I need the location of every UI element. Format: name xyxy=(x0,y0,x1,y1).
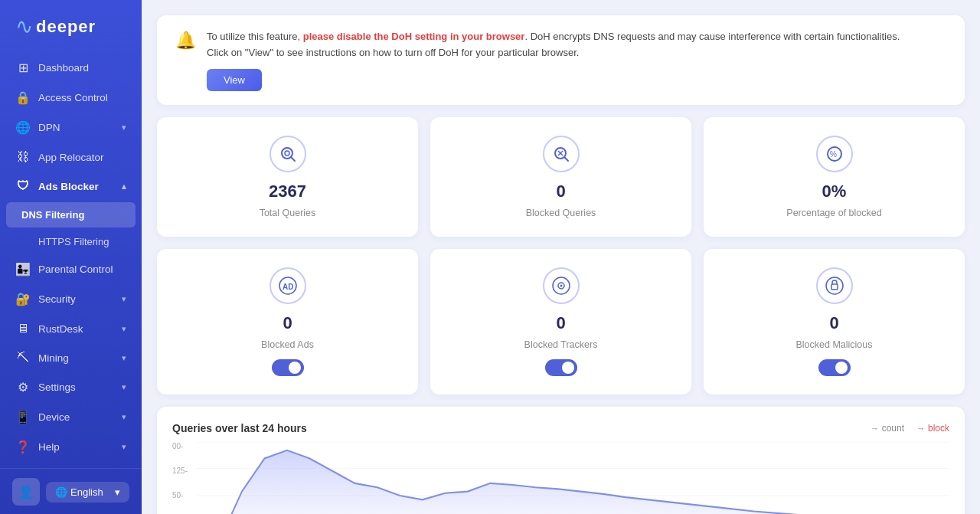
blocked-queries-icon xyxy=(543,136,580,172)
language-button[interactable]: 🌐 English ▾ xyxy=(46,482,129,503)
sidebar-item-label: Ads Blocker xyxy=(38,181,99,192)
banner-text-line2: Click on "View" to see instructions on h… xyxy=(207,47,579,58)
stats-row-1: 2367 Total Queries 0 Blocked Queries % xyxy=(157,117,965,237)
chart-y-labels: 00- 125- 50- 75- 0 xyxy=(172,442,197,514)
legend-block: → block xyxy=(916,423,949,434)
blocked-ads-label: Blocked Ads xyxy=(261,339,314,350)
banner-icon: 🔔 xyxy=(175,31,196,51)
count-label: count xyxy=(882,423,904,434)
blocked-trackers-label: Blocked Trackers xyxy=(524,339,598,350)
ads-blocker-arrow: ▴ xyxy=(122,182,126,192)
sidebar-item-dashboard[interactable]: ⊞ Dashboard xyxy=(0,53,142,83)
language-label: English xyxy=(70,486,103,498)
sidebar-item-https-filtering[interactable]: HTTPS Filtering xyxy=(0,229,142,254)
sidebar: ∿ deeper ⊞ Dashboard 🔒 Access Control 🌐 … xyxy=(0,0,142,514)
https-filtering-label: HTTPS Filtering xyxy=(38,236,109,247)
view-button[interactable]: View xyxy=(207,69,262,91)
chart-area-fill xyxy=(197,450,949,514)
banner-text: To utilize this feature, please disable … xyxy=(207,29,900,61)
device-arrow: ▾ xyxy=(122,412,126,422)
sidebar-item-label: Security xyxy=(38,293,76,305)
help-arrow: ▾ xyxy=(122,442,126,452)
sidebar-item-access-control[interactable]: 🔒 Access Control xyxy=(0,83,142,113)
blocked-malicious-value: 0 xyxy=(829,313,838,333)
block-label: block xyxy=(928,423,949,434)
sidebar-item-label: DPN xyxy=(38,122,60,133)
logo-text: deeper xyxy=(36,17,96,37)
percentage-blocked-icon: % xyxy=(816,136,853,172)
y-label-0: 00- xyxy=(172,442,197,450)
blocked-ads-icon: AD xyxy=(270,267,306,304)
ads-blocker-icon: 🛡 xyxy=(15,179,31,193)
total-queries-icon xyxy=(270,136,306,172)
lang-chevron-icon: ▾ xyxy=(115,486,120,498)
block-arrow-icon: → xyxy=(916,424,925,433)
blocked-trackers-icon xyxy=(543,267,580,304)
dns-filtering-label: DNS Filtering xyxy=(21,209,84,221)
sidebar-item-settings[interactable]: ⚙ Settings ▾ xyxy=(0,372,142,402)
settings-arrow: ▾ xyxy=(122,382,126,392)
svg-point-13 xyxy=(560,284,562,286)
total-queries-label: Total Queries xyxy=(260,208,316,218)
legend-count: → count xyxy=(871,423,904,434)
main-content: 🔔 To utilize this feature, please disabl… xyxy=(142,0,980,514)
y-label-2: 50- xyxy=(172,491,197,499)
svg-rect-15 xyxy=(831,284,838,290)
percentage-blocked-label: Percentage of blocked xyxy=(786,208,881,218)
stat-card-blocked-trackers: 0 Blocked Trackers xyxy=(430,249,691,395)
sidebar-item-label: Help xyxy=(38,441,60,453)
dpn-arrow: ▾ xyxy=(122,123,126,133)
blocked-queries-value: 0 xyxy=(556,182,565,201)
help-icon: ❓ xyxy=(15,440,31,454)
sidebar-item-help[interactable]: ❓ Help ▾ xyxy=(0,432,142,462)
sidebar-item-label: Dashboard xyxy=(38,62,89,74)
sidebar-item-device[interactable]: 📱 Device ▾ xyxy=(0,402,142,432)
sidebar-item-mining[interactable]: ⛏ Mining ▾ xyxy=(0,343,142,372)
blocked-malicious-icon xyxy=(816,267,853,304)
stat-card-total-queries: 2367 Total Queries xyxy=(157,117,418,237)
blocked-trackers-value: 0 xyxy=(556,313,565,333)
access-control-icon: 🔒 xyxy=(15,90,31,105)
user-button[interactable]: 👤 xyxy=(12,478,40,506)
sidebar-item-rustdesk[interactable]: 🖥 RustDesk ▾ xyxy=(0,314,142,343)
stat-card-percentage-blocked: % 0% Percentage of blocked xyxy=(704,117,965,237)
sidebar-item-dns-filtering[interactable]: DNS Filtering xyxy=(6,202,136,228)
logo-icon: ∿ xyxy=(15,14,33,39)
blocked-malicious-toggle[interactable] xyxy=(818,359,851,376)
banner-text-after: . DoH encrypts DNS requests and may caus… xyxy=(524,31,900,42)
stat-card-blocked-malicious: 0 Blocked Malicious xyxy=(704,249,965,395)
lang-globe-icon: 🌐 xyxy=(55,486,67,498)
chart-header: Queries over last 24 hours → count → blo… xyxy=(172,422,949,434)
sidebar-item-ads-blocker[interactable]: 🛡 Ads Blocker ▴ xyxy=(0,172,142,201)
svg-text:%: % xyxy=(830,150,837,159)
banner: 🔔 To utilize this feature, please disabl… xyxy=(157,15,965,105)
sidebar-item-label: App Relocator xyxy=(38,152,104,163)
sidebar-footer: 👤 🌐 English ▾ xyxy=(0,468,142,514)
stats-row-2: AD 0 Blocked Ads 0 Blocked Trackers xyxy=(157,249,965,395)
blocked-queries-label: Blocked Queries xyxy=(526,208,596,218)
mining-arrow: ▾ xyxy=(122,353,126,363)
sidebar-item-label: RustDesk xyxy=(38,323,83,335)
sidebar-nav: ⊞ Dashboard 🔒 Access Control 🌐 DPN ▾ ⛓ A… xyxy=(0,47,142,468)
chart-svg xyxy=(197,442,949,514)
svg-line-1 xyxy=(291,157,295,161)
chart-card: Queries over last 24 hours → count → blo… xyxy=(157,407,965,514)
security-arrow: ▾ xyxy=(122,294,126,304)
sidebar-item-app-relocator[interactable]: ⛓ App Relocator xyxy=(0,142,142,172)
sidebar-item-label: Access Control xyxy=(38,92,108,103)
sidebar-item-label: Mining xyxy=(38,352,69,364)
logo-area: ∿ deeper xyxy=(0,0,142,47)
dpn-icon: 🌐 xyxy=(15,120,31,135)
blocked-ads-toggle[interactable] xyxy=(272,359,304,376)
sidebar-item-parental-control[interactable]: 👨‍👧 Parental Control xyxy=(0,254,142,284)
y-label-1: 125- xyxy=(172,467,197,475)
svg-line-4 xyxy=(564,157,568,161)
sidebar-item-security[interactable]: 🔐 Security ▾ xyxy=(0,284,142,314)
blocked-trackers-toggle[interactable] xyxy=(545,359,577,376)
banner-highlight: please disable the DoH setting in your b… xyxy=(303,31,525,42)
sidebar-item-label: Device xyxy=(38,411,70,423)
sidebar-item-dpn[interactable]: 🌐 DPN ▾ xyxy=(0,113,142,142)
banner-body: To utilize this feature, please disable … xyxy=(207,29,900,91)
mining-icon: ⛏ xyxy=(15,351,31,365)
chart-area: 00- 125- 50- 75- 0 xyxy=(172,442,949,514)
